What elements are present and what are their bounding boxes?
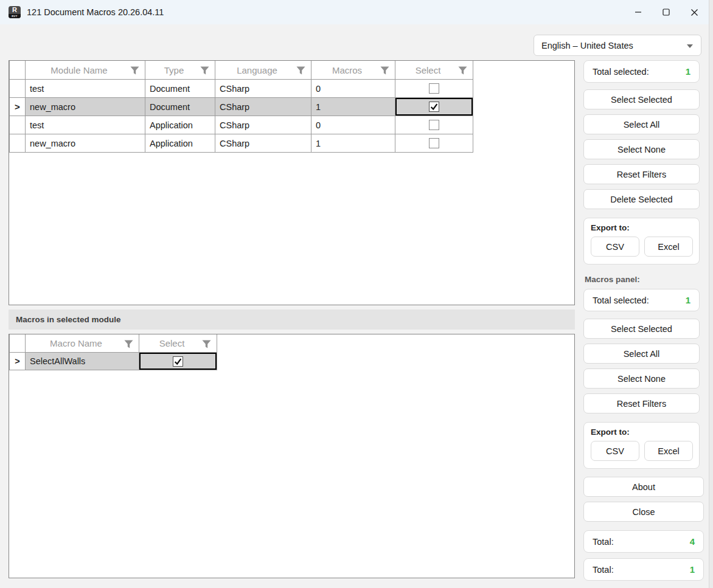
column-label: Language — [237, 65, 277, 75]
total-label: Total: — [593, 565, 614, 575]
close-button[interactable] — [680, 0, 708, 24]
select-checkbox[interactable] — [429, 120, 439, 130]
cell-module-name[interactable]: test — [26, 116, 145, 134]
select-checkbox[interactable] — [429, 138, 439, 148]
filter-funnel-icon — [296, 66, 305, 75]
macros-select-all-button[interactable]: Select All — [583, 344, 700, 364]
app-icon-letter: R — [9, 6, 21, 14]
cell-select[interactable] — [395, 116, 473, 134]
cell-select-current[interactable] — [395, 98, 473, 116]
macros-select-none-button[interactable]: Select None — [583, 368, 700, 389]
total-selected-label: Total selected: — [593, 67, 649, 77]
modules-grid-panel: Module Name Type Language Macros Select — [9, 60, 575, 305]
row-selector[interactable] — [10, 80, 26, 98]
cell-macros[interactable]: 0 — [311, 80, 395, 98]
about-button[interactable]: About — [583, 477, 704, 497]
filter-funnel-icon — [124, 340, 133, 348]
modules-grid-header: Module Name Type Language Macros Select — [10, 61, 473, 80]
table-row[interactable]: new_macro Application CSharp 1 — [10, 134, 473, 153]
cell-select[interactable] — [395, 80, 473, 98]
close-dialog-button[interactable]: Close — [583, 502, 704, 522]
macros-export-excel-button[interactable]: Excel — [644, 441, 693, 461]
close-icon — [690, 9, 698, 16]
modules-total-selected-box: Total selected: 1 — [583, 60, 700, 83]
filter-funnel-icon — [130, 66, 139, 75]
cell-type[interactable]: Application — [145, 116, 215, 134]
column-label: Macro Name — [50, 338, 102, 348]
window-right-edge — [709, 0, 713, 588]
maximize-icon — [663, 9, 670, 16]
cell-type[interactable]: Document — [145, 80, 215, 98]
macros-section-header: Macros in selected module — [9, 310, 575, 330]
minimize-icon — [635, 9, 642, 16]
cell-language[interactable]: CSharp — [215, 80, 311, 98]
row-selector[interactable] — [10, 134, 26, 153]
row-header-column — [10, 334, 26, 353]
row-header-column — [10, 61, 26, 80]
minimize-button[interactable] — [624, 0, 652, 24]
cell-type[interactable]: Document — [145, 98, 215, 116]
column-label: Type — [164, 65, 184, 75]
cell-language[interactable]: CSharp — [215, 134, 311, 153]
macros-select-selected-button[interactable]: Select Selected — [583, 319, 700, 339]
column-header-module-name[interactable]: Module Name — [26, 61, 145, 80]
total-selected-label: Total selected: — [593, 296, 649, 305]
cell-language[interactable]: CSharp — [215, 98, 311, 116]
macros-reset-filters-button[interactable]: Reset Filters — [583, 393, 700, 413]
column-header-macro-name[interactable]: Macro Name — [26, 334, 139, 353]
checkmark-icon — [173, 357, 183, 366]
cell-module-name[interactable]: new_macro — [26, 98, 145, 116]
column-header-language[interactable]: Language — [215, 61, 311, 80]
macros-export-group: Export to: CSV Excel — [583, 422, 700, 469]
modules-grid: Module Name Type Language Macros Select — [9, 61, 473, 153]
total-label: Total: — [593, 537, 614, 547]
column-label: Select — [159, 338, 185, 348]
cell-select[interactable] — [395, 134, 473, 153]
cell-module-name[interactable]: new_macro — [26, 134, 145, 153]
table-row-selected[interactable]: > new_macro Document CSharp 1 — [10, 98, 473, 116]
filter-funnel-icon — [458, 66, 467, 75]
modules-export-group: Export to: CSV Excel — [583, 218, 700, 265]
row-selector-current[interactable]: > — [10, 353, 26, 370]
column-header-type[interactable]: Type — [145, 61, 215, 80]
cell-module-name[interactable]: test — [26, 80, 145, 98]
table-row[interactable]: test Document CSharp 0 — [10, 80, 473, 98]
column-header-macros[interactable]: Macros — [311, 61, 395, 80]
modules-select-none-button[interactable]: Select None — [583, 139, 700, 159]
modules-export-excel-button[interactable]: Excel — [644, 237, 693, 257]
window-controls — [624, 0, 708, 24]
modules-select-selected-button[interactable]: Select Selected — [583, 89, 700, 109]
total-selected-value: 1 — [686, 66, 690, 77]
maximize-button[interactable] — [652, 0, 680, 24]
row-selector[interactable] — [10, 116, 26, 134]
select-checkbox[interactable] — [173, 356, 183, 367]
table-row[interactable]: test Application CSharp 0 — [10, 116, 473, 134]
select-checkbox[interactable] — [429, 83, 439, 94]
cell-language[interactable]: CSharp — [215, 116, 311, 134]
column-header-select[interactable]: Select — [139, 334, 217, 353]
modules-select-all-button[interactable]: Select All — [583, 114, 700, 134]
modules-export-csv-button[interactable]: CSV — [591, 237, 639, 257]
cell-select-current[interactable] — [139, 353, 217, 370]
cell-macros[interactable]: 1 — [311, 98, 395, 116]
cell-type[interactable]: Application — [145, 134, 215, 153]
cell-macro-name[interactable]: SelectAllWalls — [26, 353, 139, 370]
macros-total-box: Total: 1 — [583, 558, 704, 581]
window-title: 121 Document Macros 20.26.04.11 — [27, 7, 164, 17]
cell-macros[interactable]: 1 — [311, 134, 395, 153]
table-row-selected[interactable]: > SelectAllWalls — [10, 353, 217, 370]
macros-export-csv-button[interactable]: CSV — [591, 441, 639, 461]
language-selector[interactable]: English – United States — [534, 35, 701, 56]
macros-grid-header: Macro Name Select — [10, 334, 217, 353]
language-selector-value: English – United States — [541, 41, 633, 50]
macros-total-selected-box: Total selected: 1 — [583, 289, 700, 311]
column-label: Select — [416, 65, 441, 75]
column-header-select[interactable]: Select — [395, 61, 473, 80]
column-label: Macros — [332, 65, 362, 75]
modules-delete-selected-button[interactable]: Delete Selected — [583, 189, 700, 209]
row-selector-current[interactable]: > — [10, 98, 26, 116]
macros-grid: Macro Name Select > SelectAllWalls — [9, 334, 217, 370]
select-checkbox[interactable] — [429, 102, 439, 112]
cell-macros[interactable]: 0 — [311, 116, 395, 134]
modules-reset-filters-button[interactable]: Reset Filters — [583, 164, 700, 184]
